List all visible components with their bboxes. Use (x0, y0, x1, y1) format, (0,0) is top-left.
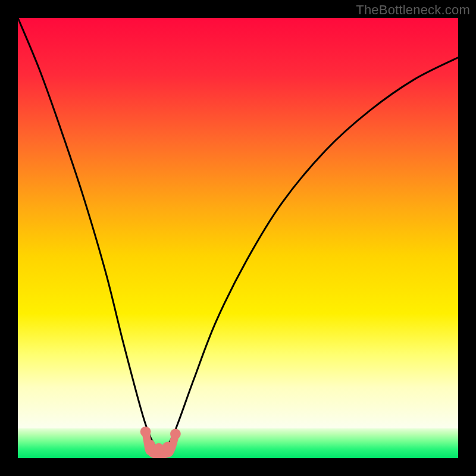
watermark-text: TheBottleneck.com (356, 2, 470, 18)
curve-marker (140, 427, 151, 437)
plot-area (18, 18, 458, 458)
curve-marker (162, 442, 173, 453)
curve-marker (170, 428, 181, 439)
bottleneck-curve-path (18, 18, 458, 450)
bottleneck-curve-svg (18, 18, 458, 458)
chart-frame: TheBottleneck.com (0, 0, 476, 476)
